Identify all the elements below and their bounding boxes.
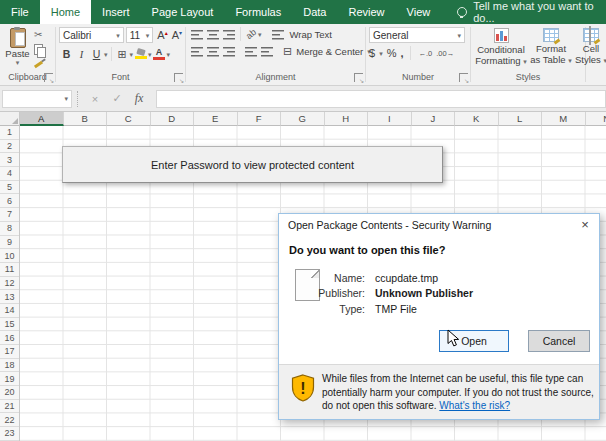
tab-insert[interactable]: Insert bbox=[91, 0, 141, 24]
orientation-button[interactable]: ab bbox=[244, 27, 258, 41]
row-header-3[interactable]: 3 bbox=[0, 153, 19, 167]
cut-button[interactable]: ✂ bbox=[34, 27, 52, 41]
row-header-15[interactable]: 15 bbox=[0, 318, 19, 332]
column-header-M[interactable]: M bbox=[542, 112, 586, 126]
row-header-6[interactable]: 6 bbox=[0, 194, 19, 208]
alignment-dialog-launcher[interactable] bbox=[354, 73, 363, 82]
type-field-row: Type: TMP File bbox=[289, 303, 417, 315]
row-header-9[interactable]: 9 bbox=[0, 236, 19, 250]
column-header-N[interactable]: N bbox=[586, 112, 606, 126]
row-header-17[interactable]: 17 bbox=[0, 345, 19, 359]
formula-cancel-button[interactable]: × bbox=[84, 93, 106, 105]
name-field-row: Name: ccupdate.tmp bbox=[289, 272, 438, 284]
column-header-F[interactable]: F bbox=[238, 112, 282, 126]
formula-input[interactable] bbox=[156, 90, 606, 108]
column-header-J[interactable]: J bbox=[412, 112, 456, 126]
row-header-13[interactable]: 13 bbox=[0, 290, 19, 304]
shrink-font-button[interactable]: A▾ bbox=[172, 29, 182, 41]
grow-font-button[interactable]: A▴ bbox=[157, 29, 167, 41]
security-warning-dialog: Open Package Contents - Security Warning… bbox=[278, 213, 600, 420]
close-icon[interactable]: × bbox=[576, 216, 594, 233]
format-painter-button[interactable] bbox=[34, 57, 52, 71]
formula-enter-button[interactable]: ✓ bbox=[106, 92, 128, 105]
insert-function-button[interactable]: fx bbox=[128, 91, 150, 106]
row-header-4[interactable]: 4 bbox=[0, 167, 19, 181]
underline-button[interactable]: U bbox=[90, 46, 103, 62]
font-color-button[interactable]: A bbox=[153, 46, 166, 62]
clipboard-dialog-launcher[interactable] bbox=[44, 73, 53, 82]
align-middle-button[interactable] bbox=[207, 29, 219, 40]
row-header-1[interactable]: 1 bbox=[0, 126, 19, 140]
row-header-22[interactable]: 22 bbox=[0, 413, 19, 427]
column-header-K[interactable]: K bbox=[455, 112, 499, 126]
italic-button[interactable]: I bbox=[75, 46, 88, 62]
row-header-16[interactable]: 16 bbox=[0, 331, 19, 345]
merge-center-button[interactable]: ⊟Merge & Center▾ bbox=[283, 45, 371, 58]
row-header-19[interactable]: 19 bbox=[0, 372, 19, 386]
conditional-formatting-button[interactable]: Conditional Formatting ▾ bbox=[474, 27, 528, 66]
row-header-12[interactable]: 12 bbox=[0, 277, 19, 291]
tab-review[interactable]: Review bbox=[337, 0, 395, 24]
column-header-G[interactable]: G bbox=[281, 112, 325, 126]
align-center-button[interactable] bbox=[207, 46, 219, 57]
percent-style-button[interactable]: % bbox=[387, 47, 397, 59]
row-header-8[interactable]: 8 bbox=[0, 222, 19, 236]
column-header-A[interactable]: A bbox=[20, 112, 64, 126]
tab-file[interactable]: File bbox=[0, 0, 40, 24]
number-dialog-launcher[interactable] bbox=[459, 73, 468, 82]
row-header-11[interactable]: 11 bbox=[0, 263, 19, 277]
row-header-10[interactable]: 10 bbox=[0, 249, 19, 263]
align-bottom-button[interactable] bbox=[223, 29, 235, 40]
fill-color-button[interactable] bbox=[134, 46, 147, 62]
bold-button[interactable]: B bbox=[60, 46, 73, 62]
row-header-5[interactable]: 5 bbox=[0, 181, 19, 195]
decrease-decimal-button[interactable]: .00→ bbox=[436, 49, 454, 58]
cancel-button[interactable]: Cancel bbox=[528, 330, 590, 352]
borders-button[interactable]: ⊞ bbox=[116, 46, 129, 62]
increase-decimal-button[interactable]: ←.0 bbox=[418, 49, 432, 58]
column-header-L[interactable]: L bbox=[499, 112, 543, 126]
lightbulb-icon bbox=[457, 7, 467, 17]
name-box[interactable]: ▾ bbox=[2, 90, 72, 108]
column-header-B[interactable]: B bbox=[64, 112, 108, 126]
font-name-combo[interactable]: Calibri ▾ bbox=[59, 27, 124, 43]
column-header-I[interactable]: I bbox=[368, 112, 412, 126]
row-header-20[interactable]: 20 bbox=[0, 386, 19, 400]
select-all-corner[interactable] bbox=[0, 112, 20, 126]
comma-style-button[interactable]: , bbox=[400, 47, 403, 59]
decrease-indent-button[interactable] bbox=[245, 46, 257, 57]
enter-password-button[interactable]: Enter Password to view protected content bbox=[62, 146, 443, 183]
column-header-D[interactable]: D bbox=[151, 112, 195, 126]
format-as-table-button[interactable]: Format as Table ▾ bbox=[530, 27, 572, 65]
number-format-combo[interactable]: General ▾ bbox=[369, 27, 465, 43]
merge-center-icon: ⊟ bbox=[283, 45, 292, 58]
wrap-text-button[interactable]: Wrap Text bbox=[270, 29, 332, 40]
tab-home[interactable]: Home bbox=[40, 0, 91, 24]
align-top-button[interactable] bbox=[191, 29, 203, 40]
clipboard-group: Paste ▾ ✂ Clipboard bbox=[0, 24, 55, 85]
row-header-18[interactable]: 18 bbox=[0, 359, 19, 373]
column-header-H[interactable]: H bbox=[325, 112, 369, 126]
row-header-2[interactable]: 2 bbox=[0, 140, 19, 154]
tab-view[interactable]: View bbox=[396, 0, 442, 24]
column-header-C[interactable]: C bbox=[107, 112, 151, 126]
paste-button[interactable]: Paste ▾ bbox=[3, 27, 32, 71]
tab-data[interactable]: Data bbox=[292, 0, 337, 24]
font-size-combo[interactable]: 11 ▾ bbox=[126, 27, 154, 43]
font-dialog-launcher[interactable] bbox=[174, 73, 183, 82]
align-left-button[interactable] bbox=[191, 46, 203, 57]
column-header-E[interactable]: E bbox=[194, 112, 238, 126]
copy-button[interactable] bbox=[34, 42, 52, 56]
row-header-7[interactable]: 7 bbox=[0, 208, 19, 222]
tell-me-box[interactable]: Tell me what you want to do... bbox=[457, 0, 606, 24]
accounting-format-button[interactable]: $ bbox=[369, 47, 375, 59]
row-header-23[interactable]: 23 bbox=[0, 427, 19, 441]
tab-formulas[interactable]: Formulas bbox=[224, 0, 292, 24]
fill-color-swatch bbox=[135, 56, 147, 59]
align-right-button[interactable] bbox=[223, 46, 235, 57]
whats-the-risk-link[interactable]: What's the risk? bbox=[439, 400, 510, 411]
tab-page-layout[interactable]: Page Layout bbox=[141, 0, 225, 24]
row-header-21[interactable]: 21 bbox=[0, 400, 19, 414]
increase-indent-button[interactable] bbox=[261, 46, 273, 57]
row-header-14[interactable]: 14 bbox=[0, 304, 19, 318]
